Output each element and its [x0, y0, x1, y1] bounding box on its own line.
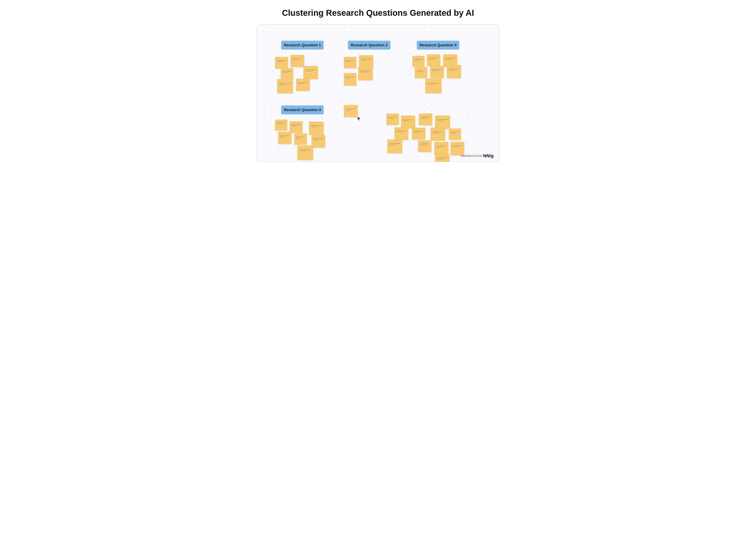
sticky-note[interactable]	[418, 140, 431, 152]
sticky-note[interactable]	[297, 146, 313, 160]
sticky-note[interactable]	[311, 135, 325, 148]
sticky-note[interactable]	[425, 79, 441, 93]
cluster-label-rq1[interactable]: Research Question 1	[281, 41, 324, 50]
sticky-note[interactable]	[296, 79, 310, 91]
sticky-note[interactable]	[435, 116, 450, 129]
page-title: Clustering Research Questions Generated …	[282, 8, 474, 18]
cluster-label-rq2[interactable]: Research Question 2	[348, 41, 391, 50]
sticky-note[interactable]	[344, 105, 358, 117]
sticky-note[interactable]	[435, 154, 450, 162]
sticky-note[interactable]	[275, 57, 288, 69]
sticky-note[interactable]	[275, 119, 287, 131]
cluster-label-rq4[interactable]: Research Question 4	[281, 106, 324, 114]
sticky-note[interactable]	[278, 132, 291, 144]
sticky-note[interactable]	[394, 127, 408, 140]
svg-marker-0	[358, 117, 361, 121]
sticky-note[interactable]	[415, 67, 427, 78]
sticky-note[interactable]	[358, 67, 373, 80]
sticky-note[interactable]	[277, 79, 293, 93]
sticky-note[interactable]	[419, 114, 432, 125]
sticky-note[interactable]	[281, 68, 293, 79]
canvas-area: NNGROUP.COM NN/g Research Question 1Rese…	[257, 24, 500, 162]
sticky-note[interactable]	[387, 139, 402, 153]
sticky-note[interactable]	[359, 55, 373, 68]
sticky-note[interactable]	[344, 73, 357, 86]
sticky-note[interactable]	[449, 129, 461, 140]
mouse-cursor	[358, 117, 361, 121]
sticky-note[interactable]	[309, 121, 324, 135]
sticky-note[interactable]	[344, 57, 357, 68]
sticky-note[interactable]	[447, 65, 461, 78]
cluster-label-rq3[interactable]: Research Question 3	[417, 41, 459, 50]
sticky-note[interactable]	[430, 66, 444, 78]
sticky-note[interactable]	[289, 121, 303, 133]
sticky-note[interactable]	[290, 55, 304, 67]
sticky-note[interactable]	[303, 66, 318, 79]
nng-logo: NNGROUP.COM NN/g	[461, 153, 494, 158]
nng-site-label: NNGROUP.COM	[461, 154, 482, 157]
sticky-note[interactable]	[412, 56, 425, 67]
sticky-note[interactable]	[434, 142, 448, 155]
sticky-note[interactable]	[294, 133, 307, 145]
sticky-note[interactable]	[431, 128, 445, 141]
sticky-note[interactable]	[401, 116, 415, 129]
sticky-note[interactable]	[412, 128, 425, 139]
sticky-note[interactable]	[386, 114, 399, 125]
sticky-note[interactable]	[427, 54, 440, 66]
nng-brand-label: NN/g	[483, 153, 494, 158]
